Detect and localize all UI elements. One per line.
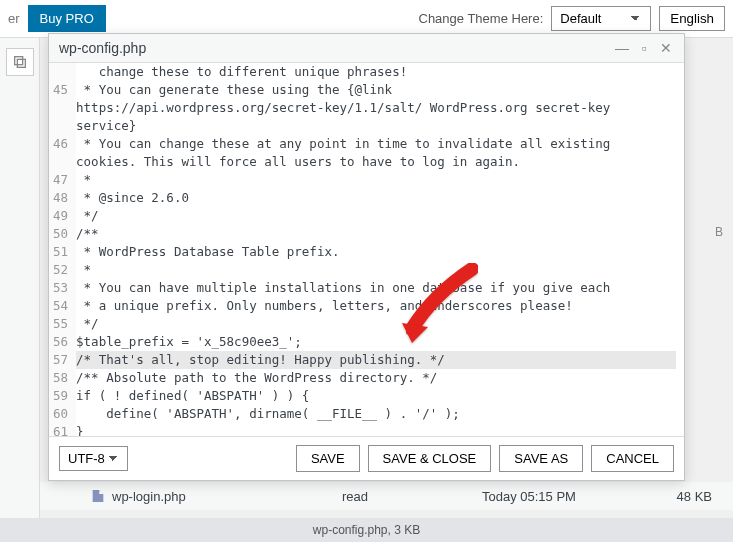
svg-rect-1 — [14, 57, 22, 65]
save-as-button[interactable]: SAVE AS — [499, 445, 583, 472]
status-bar: wp-config.php, 3 KB — [0, 518, 733, 542]
copy-icon[interactable] — [6, 48, 34, 76]
code-line[interactable]: cookies. This will force all users to ha… — [76, 153, 676, 171]
code-line[interactable]: define( 'ABSPATH', dirname( __FILE__ ) .… — [76, 405, 676, 423]
save-button[interactable]: SAVE — [296, 445, 360, 472]
file-permission: read — [342, 489, 482, 504]
code-line[interactable]: * You can generate these using the {@lin… — [76, 81, 676, 99]
file-size: 48 KB — [632, 489, 712, 504]
cancel-button[interactable]: CANCEL — [591, 445, 674, 472]
status-text: wp-config.php, 3 KB — [313, 523, 420, 537]
editor-footer: UTF-8 SAVE SAVE & CLOSE SAVE AS CANCEL — [49, 436, 684, 480]
code-line[interactable]: if ( ! defined( 'ABSPATH' ) ) { — [76, 387, 676, 405]
code-line[interactable]: * WordPress Database Table prefix. — [76, 243, 676, 261]
code-line[interactable]: } — [76, 423, 676, 436]
php-file-icon — [90, 488, 106, 504]
save-close-button[interactable]: SAVE & CLOSE — [368, 445, 492, 472]
left-rail — [0, 38, 40, 542]
code-line[interactable]: * You can have multiple installations in… — [76, 279, 676, 297]
minimize-icon[interactable]: — — [614, 40, 630, 56]
code-area[interactable]: 4546474849505152535455565758596061626364… — [49, 63, 684, 436]
file-modified: Today 05:15 PM — [482, 489, 632, 504]
code-line[interactable]: */ — [76, 315, 676, 333]
code-line[interactable]: https://api.wordpress.org/secret-key/1.1… — [76, 99, 676, 117]
code-line[interactable]: $table_prefix = 'x_58c90ee3_'; — [76, 333, 676, 351]
code-line[interactable]: change these to different unique phrases… — [76, 63, 676, 81]
code-line[interactable]: /** Absolute path to the WordPress direc… — [76, 369, 676, 387]
editor-dialog: wp-config.php — ▫ ✕ 45464748495051525354… — [48, 33, 685, 481]
file-name: wp-login.php — [112, 489, 342, 504]
code-lines[interactable]: change these to different unique phrases… — [76, 63, 684, 436]
line-gutter: 4546474849505152535455565758596061626364 — [49, 63, 76, 436]
title-fragment: er — [8, 11, 20, 26]
right-rail — [713, 38, 733, 512]
theme-label: Change Theme Here: — [419, 11, 544, 26]
close-icon[interactable]: ✕ — [658, 40, 674, 56]
buy-pro-button[interactable]: Buy PRO — [28, 5, 106, 32]
editor-title: wp-config.php — [59, 40, 608, 56]
file-row[interactable]: wp-login.php read Today 05:15 PM 48 KB — [40, 482, 733, 510]
code-line[interactable]: * @since 2.6.0 — [76, 189, 676, 207]
code-line[interactable]: /* That's all, stop editing! Happy publi… — [76, 351, 676, 369]
svg-rect-0 — [17, 59, 25, 67]
theme-select[interactable]: Default — [551, 6, 651, 31]
encoding-select[interactable]: UTF-8 — [59, 446, 128, 471]
code-line[interactable]: /** — [76, 225, 676, 243]
code-line[interactable]: * — [76, 261, 676, 279]
editor-titlebar[interactable]: wp-config.php — ▫ ✕ — [49, 34, 684, 63]
code-line[interactable]: * You can change these at any point in t… — [76, 135, 676, 153]
code-line[interactable]: * — [76, 171, 676, 189]
code-line[interactable]: */ — [76, 207, 676, 225]
code-line[interactable]: * a unique prefix. Only numbers, letters… — [76, 297, 676, 315]
column-badge-b: B — [715, 225, 723, 239]
code-line[interactable]: service} — [76, 117, 676, 135]
language-button[interactable]: English — [659, 6, 725, 31]
maximize-icon[interactable]: ▫ — [636, 40, 652, 56]
